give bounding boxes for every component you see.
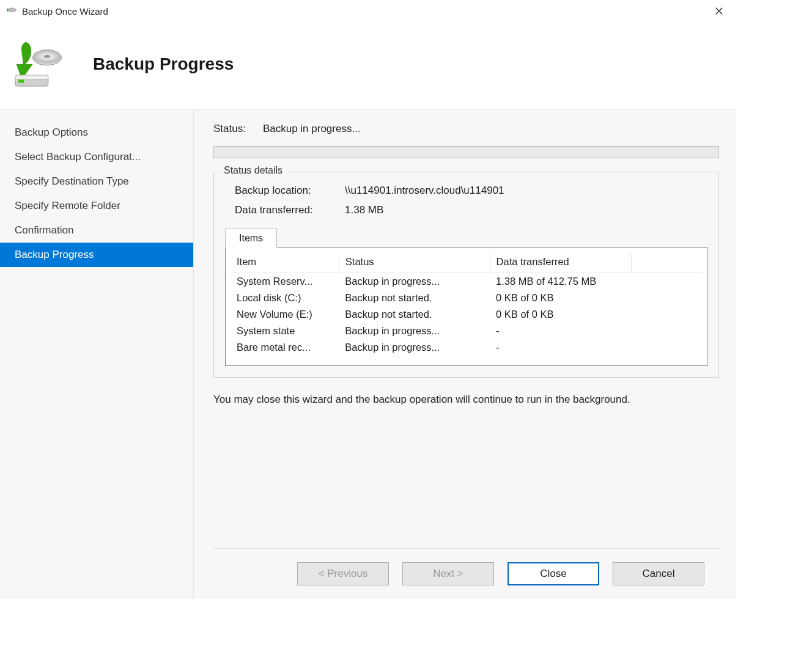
cell-status: Backup not started. [339, 290, 490, 306]
page-title: Backup Progress [93, 54, 234, 74]
backup-location-value: \\u114901.introserv.cloud\u114901 [345, 185, 698, 197]
tab-items[interactable]: Items [225, 229, 277, 248]
background-note: You may close this wizard and the backup… [213, 392, 678, 408]
cell-status: Backup not started. [339, 306, 490, 323]
previous-button: < Previous [297, 562, 389, 585]
table-row[interactable]: New Volume (E:) Backup not started. 0 KB… [231, 306, 702, 323]
wizard-body: Backup Options Select Backup Configurat.… [0, 109, 736, 599]
status-row: Status: Backup in progress... [213, 123, 719, 135]
col-header-item[interactable]: Item [231, 254, 339, 273]
backup-wizard-window: Backup Once Wizard Backup Progr [0, 0, 736, 599]
cancel-button[interactable]: Cancel [613, 562, 704, 585]
cell-status: Backup in progress... [339, 323, 490, 339]
cell-item: Local disk (C:) [231, 290, 339, 306]
cell-item: Bare metal rec... [231, 339, 339, 356]
table-row[interactable]: System state Backup in progress... - [231, 323, 702, 339]
status-details-fieldset: Status details Backup location: \\u11490… [213, 172, 719, 378]
window-close-button[interactable] [707, 0, 731, 22]
sidebar-item-destination-type[interactable]: Specify Destination Type [0, 169, 193, 194]
sidebar-item-remote-folder[interactable]: Specify Remote Folder [0, 194, 193, 218]
table-row[interactable]: System Reserv... Backup in progress... 1… [231, 273, 702, 290]
svg-rect-7 [15, 75, 48, 79]
status-value: Backup in progress... [263, 123, 361, 135]
data-transferred-value: 1.38 MB [345, 204, 698, 216]
cell-data: - [490, 323, 631, 339]
cell-status: Backup in progress... [339, 339, 490, 356]
sidebar-item-backup-progress[interactable]: Backup Progress [0, 243, 193, 267]
close-icon [715, 7, 723, 15]
titlebar: Backup Once Wizard [0, 0, 736, 22]
status-label: Status: [213, 123, 246, 135]
items-tabset: Items Item Status Data transferred [225, 229, 707, 366]
backup-location-label: Backup location: [235, 185, 345, 197]
backup-app-icon [5, 5, 17, 17]
cell-status: Backup in progress... [339, 273, 490, 290]
col-header-empty [631, 254, 702, 273]
wizard-steps-sidebar: Backup Options Select Backup Configurat.… [0, 109, 193, 599]
wizard-footer: < Previous Next > Close Cancel [213, 548, 719, 599]
sidebar-item-confirmation[interactable]: Confirmation [0, 218, 193, 243]
items-table: Item Status Data transferred System Rese… [231, 254, 702, 356]
cell-data: 1.38 MB of 412.75 MB [490, 273, 631, 290]
svg-point-0 [8, 8, 16, 12]
sidebar-item-select-config[interactable]: Select Backup Configurat... [0, 145, 193, 169]
data-transferred-row: Data transferred: 1.38 MB [225, 200, 707, 220]
cell-data: 0 KB of 0 KB [490, 290, 631, 306]
svg-point-5 [44, 55, 51, 58]
titlebar-title: Backup Once Wizard [22, 6, 707, 16]
progress-bar [213, 146, 719, 158]
backup-location-row: Backup location: \\u114901.introserv.clo… [225, 181, 707, 200]
cell-item: System Reserv... [231, 273, 339, 290]
table-row[interactable]: Local disk (C:) Backup not started. 0 KB… [231, 290, 702, 306]
backup-header-icon [9, 37, 64, 92]
col-header-data[interactable]: Data transferred [490, 254, 631, 273]
table-row[interactable]: Bare metal rec... Backup in progress... … [231, 339, 702, 356]
items-table-wrap: Item Status Data transferred System Rese… [225, 247, 707, 366]
cell-data: 0 KB of 0 KB [490, 306, 631, 323]
next-button: Next > [402, 562, 494, 585]
cell-item: System state [231, 323, 339, 339]
data-transferred-label: Data transferred: [235, 204, 345, 216]
col-header-status[interactable]: Status [339, 254, 490, 273]
main-panel: Status: Backup in progress... Status det… [193, 109, 736, 599]
wizard-header: Backup Progress [0, 22, 736, 109]
close-button[interactable]: Close [508, 562, 599, 585]
status-details-legend: Status details [220, 165, 286, 176]
svg-rect-8 [18, 79, 24, 82]
sidebar-item-backup-options[interactable]: Backup Options [0, 120, 193, 145]
cell-item: New Volume (E:) [231, 306, 339, 323]
cell-data: - [490, 339, 631, 356]
